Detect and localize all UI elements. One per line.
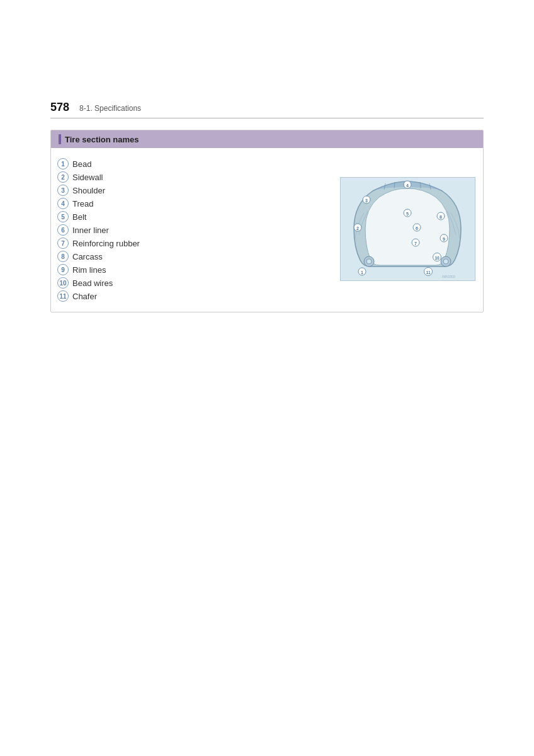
list-item: 11Chafer [57, 290, 332, 302]
list-item: 3Shoulder [57, 185, 332, 196]
list-item: 6Inner liner [57, 224, 332, 236]
item-label: Bead wires [72, 278, 113, 288]
items-list: 1Bead2Sidewall3Shoulder4Tread5Belt6Inner… [57, 156, 332, 302]
item-number: 6 [57, 224, 69, 236]
item-label: Bead [72, 159, 91, 169]
svg-text:9: 9 [443, 237, 445, 241]
svg-point-7 [366, 259, 372, 264]
list-item: 10Bead wires [57, 277, 332, 289]
item-number: 4 [57, 198, 69, 209]
item-label: Belt [72, 212, 86, 222]
card-body: 1Bead2Sidewall3Shoulder4Tread5Belt6Inner… [51, 148, 483, 312]
svg-text:10: 10 [435, 256, 440, 260]
card-header: Tire section names [51, 130, 483, 148]
list-item: 5Belt [57, 211, 332, 222]
svg-text:5: 5 [406, 212, 409, 216]
list-item: 7Reinforcing rubber [57, 238, 332, 249]
item-label: Carcass [72, 252, 103, 261]
page-number: 578 [50, 101, 69, 114]
card-title: Tire section names [65, 135, 139, 144]
svg-text:2: 2 [356, 226, 359, 231]
item-label: Sidewall [72, 173, 103, 182]
item-label: Rim lines [72, 265, 106, 275]
item-number: 2 [57, 171, 69, 183]
tire-svg: 1 2 3 4 5 [341, 178, 474, 279]
diagram-container: 1 2 3 4 5 [338, 156, 477, 302]
item-label: Shoulder [72, 186, 105, 195]
svg-text:4: 4 [406, 183, 409, 188]
section-title: 8-1. Specifications [79, 104, 141, 113]
list-item: 9Rim lines [57, 264, 332, 275]
item-number: 9 [57, 264, 69, 275]
list-item: 2Sidewall [57, 171, 332, 183]
tire-diagram: 1 2 3 4 5 [340, 177, 475, 281]
header-bar: 578 8-1. Specifications [50, 101, 484, 118]
svg-text:3: 3 [365, 198, 368, 203]
list-item: 1Bead [57, 158, 332, 169]
svg-point-9 [443, 259, 448, 264]
list-item: 8Carcass [57, 251, 332, 262]
item-number: 10 [57, 277, 69, 289]
header-bar-accent [59, 134, 61, 144]
item-number: 1 [57, 158, 69, 169]
svg-text:INRG503: INRG503 [442, 275, 455, 278]
item-label: Chafer [72, 292, 97, 301]
list-item: 4Tread [57, 198, 332, 209]
item-label: Inner liner [72, 226, 109, 235]
page-container: 578 8-1. Specifications Tire section nam… [0, 0, 534, 350]
svg-text:6: 6 [416, 226, 418, 231]
item-number: 3 [57, 185, 69, 196]
svg-text:7: 7 [414, 241, 417, 246]
item-number: 11 [57, 290, 69, 302]
item-number: 5 [57, 211, 69, 222]
item-number: 8 [57, 251, 69, 262]
tire-section-card: Tire section names 1Bead2Sidewall3Should… [50, 130, 484, 312]
item-label: Reinforcing rubber [72, 239, 140, 248]
item-number: 7 [57, 238, 69, 249]
svg-text:11: 11 [426, 270, 431, 275]
item-label: Tread [72, 199, 93, 209]
svg-text:1: 1 [361, 270, 363, 275]
svg-text:8: 8 [440, 215, 442, 219]
